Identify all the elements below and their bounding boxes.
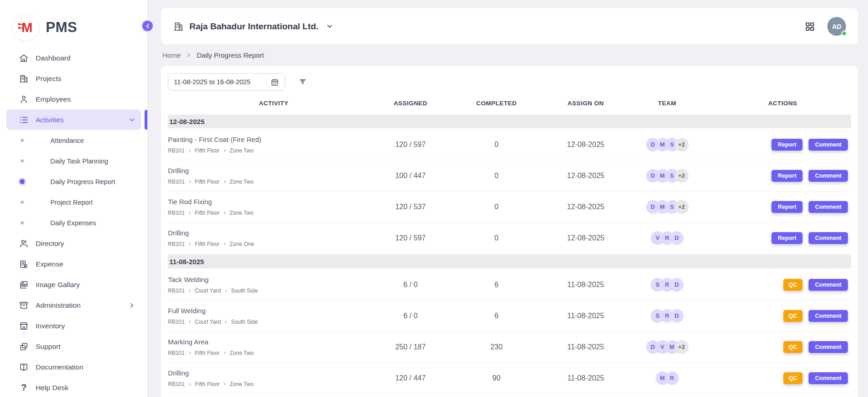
sidebar-item-label: Expense xyxy=(36,260,63,268)
team-member-avatar[interactable]: D xyxy=(670,231,684,245)
activity-title: Tack Welding xyxy=(168,276,379,283)
sidebar-subitem-daily-progress-report[interactable]: Daily Progress Report xyxy=(0,171,147,192)
sidebar-item-label: Activities xyxy=(36,116,64,124)
team-member-avatar[interactable]: D xyxy=(670,309,684,323)
chevron-right-icon xyxy=(224,320,228,324)
activity-title: Drilling xyxy=(168,229,379,237)
chevron-right-icon xyxy=(186,53,191,58)
bullet-icon xyxy=(19,159,25,163)
report-button[interactable]: Report xyxy=(771,201,803,213)
image-icon xyxy=(18,279,29,290)
team-member-avatar[interactable]: D xyxy=(670,278,684,292)
path-segment: RB101 xyxy=(168,210,185,216)
column-header-activity: ACTIVITY xyxy=(168,100,379,107)
comment-button[interactable]: Comment xyxy=(809,341,848,353)
topbar-right: AD xyxy=(804,17,846,36)
activity-cell: Tack WeldingRB101Court YardSouth Side xyxy=(168,276,379,294)
table-row: Painting - First Coat (Fire Red)RB101Fif… xyxy=(168,129,851,160)
sidebar-item-label: Employees xyxy=(36,95,71,103)
comment-button[interactable]: Comment xyxy=(809,372,848,384)
column-header-actions: ACTIONS xyxy=(714,100,851,107)
logo[interactable]: M PMS xyxy=(0,0,147,44)
filter-icon[interactable] xyxy=(298,77,307,87)
sidebar-item-inventory[interactable]: Inventory xyxy=(6,315,141,336)
path-segment: Zone Two xyxy=(230,179,253,185)
sidebar-item-label: Directory xyxy=(36,239,64,248)
sidebar-nav: DashboardProjectsEmployeesActivitiesAtte… xyxy=(0,48,147,397)
path-segment: Zone Two xyxy=(230,381,253,387)
chevron-right-icon xyxy=(188,149,192,152)
brand-logo-icon: M xyxy=(12,14,39,41)
team-member-avatar[interactable]: R xyxy=(665,371,679,385)
calendar-icon xyxy=(270,78,279,87)
team-extra-count[interactable]: +2 xyxy=(675,169,689,183)
qc-button[interactable]: QC xyxy=(783,341,803,353)
actions-cell: ReportComment xyxy=(714,201,851,213)
path-segment: RB101 xyxy=(168,319,185,325)
assigned-value: 100 / 447 xyxy=(379,172,442,180)
qc-button[interactable]: QC xyxy=(783,372,803,384)
chevron-down-icon xyxy=(128,116,135,124)
date-range-input[interactable]: 11-08-2025 to 16-08-2025 xyxy=(168,73,285,91)
copy-icon xyxy=(18,341,29,352)
apps-grid-icon[interactable] xyxy=(804,21,815,32)
sidebar-item-help-desk[interactable]: ?Help Desk xyxy=(6,377,141,397)
activity-location-path: RB101Fifth FloorZone Two xyxy=(168,381,379,387)
qc-button[interactable]: QC xyxy=(783,310,803,322)
assign-on-date: 11-08-2025 xyxy=(551,374,620,382)
report-button[interactable]: Report xyxy=(771,232,803,244)
chevron-right-icon xyxy=(188,351,192,355)
sidebar-subitem-label: Daily Task Planning xyxy=(50,158,108,165)
breadcrumb-home[interactable]: Home xyxy=(162,51,181,59)
breadcrumb: Home Daily Progress Report xyxy=(162,51,858,59)
avatar[interactable]: AD xyxy=(827,17,846,36)
sidebar-item-label: Dashboard xyxy=(36,54,70,62)
comment-button[interactable]: Comment xyxy=(809,310,848,322)
sidebar-subitem-project-report[interactable]: Project Report xyxy=(0,192,147,212)
comment-button[interactable]: Comment xyxy=(809,279,848,291)
path-segment: Fifth Floor xyxy=(195,179,220,185)
sidebar-item-activities[interactable]: Activities xyxy=(6,109,141,130)
comment-button[interactable]: Comment xyxy=(809,170,848,182)
sidebar-item-image-gallary[interactable]: Image Gallary xyxy=(6,274,141,295)
activity-cell: Marking AreaRB101Fifth FloorZone Two xyxy=(168,338,379,356)
sidebar-subitem-daily-task-planning[interactable]: Daily Task Planning xyxy=(0,151,147,171)
sidebar-item-dashboard[interactable]: Dashboard xyxy=(6,48,141,68)
qc-button[interactable]: QC xyxy=(783,279,803,291)
report-button[interactable]: Report xyxy=(771,170,803,182)
sidebar-item-support[interactable]: Support xyxy=(6,336,141,357)
receipt-icon xyxy=(18,259,29,270)
activity-location-path: RB101Fifth FloorZone Two xyxy=(168,350,379,356)
team-extra-count[interactable]: +2 xyxy=(675,200,689,214)
table-row: DrillingRB101Fifth FloorZone One120 / 59… xyxy=(168,223,851,254)
sidebar-item-documentation[interactable]: Documentation xyxy=(6,357,141,377)
app-root: M PMS DashboardProjectsEmployeesActiviti… xyxy=(0,0,868,397)
company-selector[interactable]: Raja Bahadur International Ltd. xyxy=(173,21,334,32)
actions-cell: QCComment xyxy=(714,341,851,353)
sidebar-item-administration[interactable]: Administration xyxy=(6,295,141,315)
comment-button[interactable]: Comment xyxy=(809,201,848,213)
building-icon xyxy=(173,21,184,32)
comment-button[interactable]: Comment xyxy=(809,232,848,244)
activity-location-path: RB101Court YardSouth Side xyxy=(168,319,379,325)
chevron-right-icon xyxy=(223,351,226,355)
sidebar-item-directory[interactable]: Directory xyxy=(6,233,141,254)
comment-button[interactable]: Comment xyxy=(809,139,848,151)
breadcrumb-current: Daily Progress Report xyxy=(197,51,264,59)
path-segment: Court Yard xyxy=(195,319,221,325)
building-icon xyxy=(18,73,29,84)
team-extra-count[interactable]: +2 xyxy=(675,340,689,354)
report-button[interactable]: Report xyxy=(771,139,803,151)
path-segment: South Side xyxy=(231,319,258,325)
team-extra-count[interactable]: +2 xyxy=(675,138,689,152)
sidebar-subitem-daily-expenses[interactable]: Daily Expenses xyxy=(0,212,147,233)
sidebar-item-expense[interactable]: Expense xyxy=(6,254,141,274)
chevron-right-icon xyxy=(223,180,226,184)
sidebar-item-employees[interactable]: Employees xyxy=(6,89,141,109)
store-icon xyxy=(18,321,29,332)
path-segment: Court Yard xyxy=(195,288,221,294)
sidebar-item-projects[interactable]: Projects xyxy=(6,68,141,89)
sidebar-collapse-button[interactable] xyxy=(140,19,155,33)
sidebar-subitem-attendance[interactable]: Attendance xyxy=(0,130,147,151)
chevron-right-icon xyxy=(188,382,192,386)
